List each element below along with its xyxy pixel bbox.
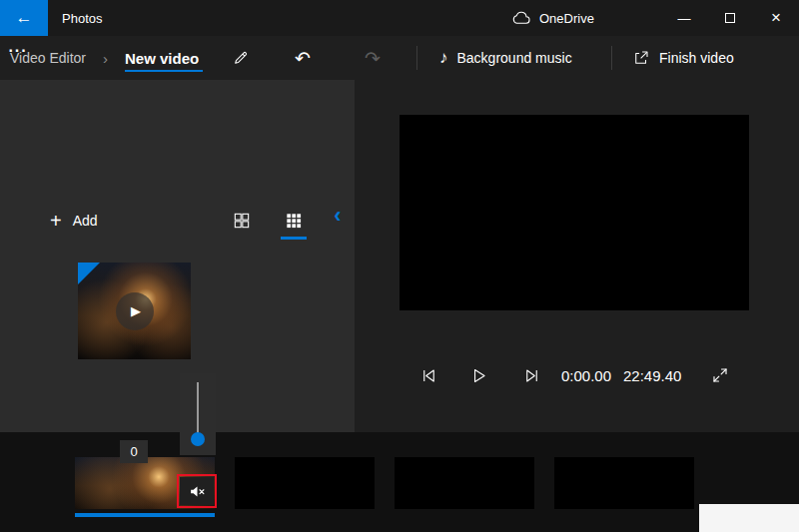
next-frame-icon <box>522 366 541 385</box>
undo-icon: ↶ <box>295 47 311 70</box>
music-note-icon: ♪ <box>439 48 448 68</box>
volume-slider-popup <box>180 373 216 455</box>
previous-frame-button[interactable] <box>413 360 443 390</box>
back-button[interactable]: ← <box>0 0 48 36</box>
pencil-icon <box>232 49 250 67</box>
timeline-clip-4[interactable] <box>554 457 694 509</box>
selected-view-underline <box>281 237 307 240</box>
play-icon: ▶ <box>131 303 141 318</box>
video-preview <box>400 115 749 310</box>
redo-button[interactable]: ↷ <box>358 43 388 73</box>
redo-icon: ↷ <box>365 47 381 70</box>
toolbar-divider <box>611 46 612 70</box>
rename-button[interactable] <box>226 43 256 73</box>
add-label: Add <box>73 213 98 229</box>
collapse-panel-button[interactable]: ‹ <box>327 201 349 231</box>
volume-value-badge: 0 <box>120 440 148 463</box>
breadcrumb-video-editor[interactable]: Video Editor <box>10 36 86 80</box>
plus-icon: + <box>50 210 62 233</box>
toolbar-divider <box>416 46 417 70</box>
export-icon <box>632 49 650 67</box>
muted-speaker-icon <box>189 484 206 499</box>
minimize-icon: — <box>678 11 691 26</box>
close-button[interactable]: × <box>753 0 799 36</box>
onedrive-status[interactable]: OneDrive <box>511 0 594 36</box>
project-title-field[interactable]: New video <box>125 46 203 72</box>
grid-3x3-icon <box>284 211 304 231</box>
project-library-panel: + Add ‹ <box>0 80 355 432</box>
breadcrumb-chevron-icon: › <box>103 36 108 80</box>
cloud-icon <box>511 11 531 25</box>
selected-clip-indicator <box>75 513 215 517</box>
add-media-button[interactable]: + Add <box>50 204 98 238</box>
editor-toolbar: Video Editor › New video ↶ ↷ ♪ Backgroun… <box>0 36 799 80</box>
volume-slider-handle[interactable] <box>191 432 205 446</box>
volume-slider-track[interactable] <box>197 382 199 434</box>
play-overlay-button[interactable]: ▶ <box>116 292 154 330</box>
app-title: Photos <box>62 0 102 36</box>
onedrive-label: OneDrive <box>539 11 594 26</box>
undo-button[interactable]: ↶ <box>288 43 318 73</box>
chevron-left-icon: ‹ <box>334 203 341 229</box>
timeline-clip-2[interactable] <box>235 457 375 509</box>
play-button[interactable] <box>463 360 493 390</box>
fullscreen-expand-icon <box>711 366 729 384</box>
close-icon: × <box>771 8 781 28</box>
maximize-button[interactable] <box>707 0 753 36</box>
grid-view-small-tiles-button[interactable] <box>281 208 307 234</box>
minimize-button[interactable]: — <box>661 0 707 36</box>
library-video-thumbnail[interactable]: ▶ <box>78 263 191 359</box>
finish-video-label: Finish video <box>659 50 734 66</box>
maximize-icon <box>725 13 735 23</box>
project-title-text: New video <box>125 50 199 67</box>
timeline-clip-3[interactable] <box>395 457 534 509</box>
finish-video-button[interactable]: Finish video <box>632 43 734 73</box>
elapsed-time: 0:00.00 <box>561 360 611 390</box>
photos-app-window: ← Photos OneDrive — × Video Editor › New… <box>0 0 799 532</box>
mute-button[interactable] <box>180 477 214 505</box>
grid-2x2-icon <box>232 211 252 231</box>
background-music-label: Background music <box>457 50 572 66</box>
play-triangle-icon <box>469 366 488 385</box>
next-frame-button[interactable] <box>516 360 546 390</box>
background-music-button[interactable]: ♪ Background music <box>439 43 572 73</box>
previous-frame-icon <box>419 366 438 385</box>
back-arrow-icon: ← <box>16 8 33 28</box>
titlebar: ← Photos OneDrive — × <box>0 0 799 36</box>
fullscreen-button[interactable] <box>705 360 735 390</box>
grid-view-large-tiles-button[interactable] <box>229 208 255 234</box>
total-duration: 22:49.40 <box>623 360 681 390</box>
watermark <box>699 504 799 532</box>
